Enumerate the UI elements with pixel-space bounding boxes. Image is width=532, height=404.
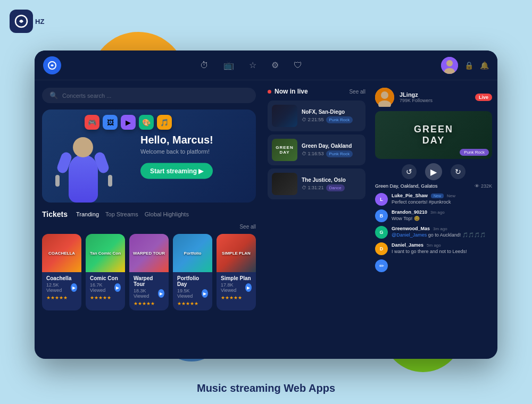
hero-figure [47,117,132,203]
live-time: ⏱ 2:21:55 [302,117,324,122]
top-nav: ⏱ 📺 ☆ ⚙ 🛡 🔒 🔔 [35,50,497,80]
chat-text: Perfect concerts! #punkrock [392,199,492,206]
tickets-header: Tickets Tranding Top Streams Global High… [42,210,256,218]
ticket-stars: ★★★★★ [177,301,208,306]
chat-text: I want to go there and not to Leeds! [392,249,492,255]
nav-shield-icon[interactable]: 🛡 [294,61,302,70]
tickets-see-all-link[interactable]: See all [239,224,256,230]
logo-hz-text: HZ [35,18,44,25]
chat-username: Luke_Pie_Shaw [392,193,428,198]
chat-message: D Daniel_James 5m ago I want to go there… [375,242,492,255]
app-window: ⏱ 📺 ☆ ⚙ 🛡 🔒 🔔 🔍 Concerts se [35,50,497,359]
tab-top-streams[interactable]: Top Streams [105,211,138,217]
ticket-image: Tan Comic Con [86,234,125,272]
views-badge: ▶ [245,283,252,292]
tab-global-highlights[interactable]: Global Highlights [145,211,189,217]
chat-meta: Daniel_James 5m ago [392,242,492,248]
ticket-image: Portfolio [173,234,212,272]
views-badge: ▶ [202,289,208,298]
live-name: The Justice, Oslo [302,177,361,183]
logo-icon [10,10,33,33]
ticket-info: Simple Plan 17.8K Viewed ▶ ★★★★★ [217,272,256,305]
video-genre-badge: Punk Rock [460,149,489,156]
ticket-info: Comic Con 16.7K Viewed ▶ ★★★★★ [86,272,125,305]
chat-avatar: B [375,209,388,222]
nav-logo[interactable] [43,56,61,74]
ticket-card[interactable]: COACHELLA Coachella 12.5K Viewed ▶ ★★★★★ [42,234,81,310]
ticket-image: WARPED TOUR [129,234,169,272]
play-button[interactable]: ▶ [425,163,442,180]
nav-settings-icon[interactable]: ⚙ [271,60,279,70]
ticket-stars: ★★★★★ [46,295,77,300]
user-avatar[interactable] [441,57,458,74]
live-cards: NoFX, San-Diego ⏱ 2:21:55 Punk Rock GREE… [268,100,365,199]
chat-time: New [447,193,455,198]
tab-trending[interactable]: Tranding [76,211,99,217]
search-bar[interactable]: 🔍 Concerts search ... [42,88,256,103]
chat-message: G Greenwood_Mas 3m ago @Daniel_James go … [375,226,492,239]
chat-content: Luke_Pie_Shaw New New Perfect concerts! … [392,193,492,206]
forward-button[interactable]: ↻ [451,164,466,179]
live-genre: Punk Rock [326,116,353,123]
nav-star-icon[interactable]: ☆ [249,60,256,70]
live-genre: Dance [326,184,345,191]
hero-subtitle: Welcome back to platform! [140,148,213,154]
ticket-views: 12.5K Viewed ▶ [46,282,77,293]
streamer-name: JLingz [400,91,470,98]
chat-input-area: ✏ [375,259,492,272]
ticket-card[interactable]: WARPED TOUR Warped Tour 18.3K Viewed ▶ ★… [129,234,169,310]
ticket-card[interactable]: Portfolio Portfolio Day 19.5K Viewed ▶ ★… [173,234,212,310]
ticket-name: Simple Plan [221,275,252,281]
ticket-stars: ★★★★★ [221,295,252,300]
video-title: Green Day, Oakland, Galatos [375,183,437,189]
nav-history-icon[interactable]: ⏱ [200,61,209,70]
ticket-card[interactable]: SIMPLE PLAN Simple Plan 17.8K Viewed ▶ ★… [217,234,256,310]
chat-content: Daniel_James 5m ago I want to go there a… [392,242,492,255]
svg-point-3 [446,60,453,66]
ticket-views: 18.3K Viewed ▶ [134,288,164,299]
chat-username: Brandon_90210 [392,209,427,215]
svg-point-6 [381,91,388,99]
live-badge: Live [475,94,492,101]
ticket-views: 17.8K Viewed ▶ [221,282,252,293]
chat-content: Greenwood_Mas 3m ago @Daniel_James go to… [392,226,492,239]
chat-edit-button[interactable]: ✏ [375,259,388,272]
float-icon-2: 🖼 [103,115,118,130]
ticket-card[interactable]: Tan Comic Con Comic Con 16.7K Viewed ▶ ★… [86,234,125,310]
nav-tv-icon[interactable]: 📺 [223,60,234,70]
video-controls: ↺ ▶ ↻ [375,163,492,180]
video-info: Green Day, Oakland, Galatos 👁 232K [375,183,492,189]
chat-username: Daniel_James [392,242,423,248]
video-views: 👁 232K [475,183,492,189]
chat-avatar: G [375,226,388,239]
chat-messages: L Luke_Pie_Shaw New New Perfect concerts… [375,193,492,255]
main-content: 🔍 Concerts search ... [35,80,497,359]
live-see-all[interactable]: See all [349,89,365,95]
chat-message: L Luke_Pie_Shaw New New Perfect concerts… [375,193,492,206]
live-section-title: Now in live [268,88,308,95]
video-player[interactable]: GREEN DAY Punk Rock [375,111,492,159]
left-panel: 🔍 Concerts search ... [35,80,263,359]
views-badge: ▶ [158,289,164,298]
live-info: NoFX, San-Diego ⏱ 2:21:55 Punk Rock [302,109,361,123]
nav-icons: ⏱ 📺 ☆ ⚙ 🛡 [74,60,428,70]
live-card[interactable]: NoFX, San-Diego ⏱ 2:21:55 Punk Rock [268,100,365,131]
chat-meta: Luke_Pie_Shaw New New [392,193,492,198]
nav-lock-icon[interactable]: 🔒 [464,61,473,70]
rewind-button[interactable]: ↺ [402,164,417,179]
chat-section: L Luke_Pie_Shaw New New Perfect concerts… [375,193,492,351]
hero-greeting: Hello, Marcus! [140,133,213,146]
chat-meta: Brandon_90210 3m ago [392,209,492,215]
live-card[interactable]: The Justice, Oslo ⏱ 1:31:21 Dance [268,169,365,199]
floating-icons: 🎮 🖼 ▶ 🎨 🎵 [85,115,172,130]
chat-meta: Greenwood_Mas 3m ago [392,226,492,231]
streamer-info: JLingz 799K Followers [400,91,470,103]
tickets-tabs: Tranding Top Streams Global Highlights [76,211,189,217]
nav-bell-icon[interactable]: 🔔 [480,61,489,70]
live-card[interactable]: GREEN DAY Green Day, Oakland ⏱ 1:16:53 P… [268,134,365,165]
chat-text: @Daniel_James go to Auckland! 🎵🎵🎵🎵 [392,232,492,239]
start-streaming-button[interactable]: Start streaming ▶ [140,163,213,179]
live-meta: ⏱ 1:16:53 Punk Rock [302,150,361,157]
ticket-name: Coachella [46,275,77,281]
ticket-cards: COACHELLA Coachella 12.5K Viewed ▶ ★★★★★… [42,234,256,310]
